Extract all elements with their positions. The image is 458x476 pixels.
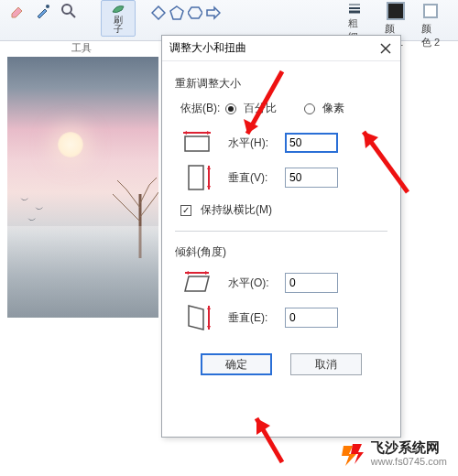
svg-line-12 (140, 199, 154, 217)
svg-line-17 (149, 178, 157, 185)
svg-marker-33 (189, 306, 203, 330)
brush-icon (111, 3, 125, 16)
svg-line-11 (122, 203, 140, 222)
group-label-tools: 工具 (71, 41, 92, 55)
separator (175, 231, 387, 232)
diamond-icon (151, 5, 166, 20)
radio-pixels-label: 像素 (322, 101, 344, 116)
canvas-image[interactable]: ︶ ︶ ︶ (7, 57, 158, 318)
svg-rect-21 (185, 136, 209, 151)
skew-horizontal-icon (180, 269, 213, 297)
svg-marker-27 (207, 166, 211, 169)
svg-marker-6 (207, 7, 220, 18)
pentagon-icon (169, 5, 184, 20)
watermark-name: 飞沙系统网 (371, 440, 447, 456)
watermark: 飞沙系统网 www.fs0745.com (340, 440, 447, 467)
by-label: 依据(B): (180, 101, 220, 116)
color1-swatch[interactable] (387, 2, 405, 20)
brush-dropdown[interactable]: 刷 子 (101, 0, 136, 37)
vertical-e-label: 垂直(E): (228, 310, 279, 326)
svg-marker-24 (207, 131, 211, 135)
svg-marker-29 (185, 276, 209, 291)
eraser-icon[interactable] (9, 3, 26, 19)
skew-vertical-icon (180, 304, 213, 331)
svg-line-13 (126, 189, 140, 208)
svg-marker-23 (183, 131, 187, 135)
ok-label: 确定 (225, 357, 247, 373)
dialog-title: 调整大小和扭曲 (169, 40, 246, 56)
thickness-icon[interactable] (348, 2, 361, 15)
color-picker-icon[interactable] (35, 3, 51, 19)
skew-horizontal-input[interactable] (285, 273, 338, 293)
hexagon-icon (188, 5, 202, 20)
svg-point-0 (46, 5, 49, 8)
dialog-titlebar: 调整大小和扭曲 (162, 36, 400, 61)
svg-marker-32 (205, 271, 209, 275)
keep-ratio-checkbox[interactable]: ✓ (180, 205, 191, 216)
skew-group-title: 倾斜(角度) (175, 244, 387, 260)
resize-skew-dialog: 调整大小和扭曲 重新调整大小 依据(B): 百分比 像素 水平(H): 垂直(V (161, 35, 401, 438)
horizontal-h-label: 水平(H): (228, 135, 279, 151)
ok-button[interactable]: 确定 (201, 353, 272, 375)
dialog-body: 重新调整大小 依据(B): 百分比 像素 水平(H): 垂直(V): ✓ 保 (162, 61, 400, 384)
radio-pixels[interactable] (304, 103, 315, 114)
color2-swatch[interactable] (423, 4, 438, 18)
horizontal-o-label: 水平(O): (228, 276, 279, 291)
svg-marker-4 (170, 6, 183, 19)
vertical-v-label: 垂直(V): (228, 170, 279, 186)
svg-marker-44 (351, 444, 364, 464)
resize-vertical-input[interactable] (285, 168, 338, 188)
svg-marker-36 (207, 326, 211, 330)
svg-marker-28 (207, 186, 211, 189)
bird: ︶ (20, 194, 29, 207)
watermark-url: www.fs0745.com (371, 456, 447, 467)
water-reflection (7, 226, 158, 318)
radio-percent-label: 百分比 (244, 101, 277, 116)
cancel-label: 取消 (315, 357, 337, 373)
resize-horizontal-icon (180, 129, 213, 157)
cancel-button[interactable]: 取消 (290, 353, 362, 375)
shapes-gallery[interactable] (151, 5, 221, 20)
skew-vertical-input[interactable] (285, 308, 338, 328)
close-icon (380, 43, 391, 54)
arrow-right-icon (206, 5, 221, 20)
svg-rect-25 (189, 166, 203, 189)
svg-marker-3 (152, 6, 165, 19)
resize-group-title: 重新调整大小 (175, 76, 387, 92)
svg-line-16 (117, 180, 126, 189)
magnifier-icon[interactable] (60, 3, 77, 19)
svg-line-15 (113, 194, 122, 203)
resize-horizontal-input[interactable] (285, 133, 338, 153)
radio-percent[interactable] (225, 103, 236, 114)
watermark-logo-icon (340, 442, 364, 466)
brush-label: 刷 子 (114, 16, 123, 34)
svg-marker-31 (185, 271, 189, 275)
bird: ︶ (27, 214, 37, 227)
svg-marker-5 (188, 7, 202, 18)
color2-label: 颜 色 2 (421, 22, 440, 49)
svg-line-18 (154, 192, 158, 199)
close-button[interactable] (376, 39, 395, 58)
svg-marker-35 (207, 306, 211, 309)
keep-ratio-label: 保持纵横比(M) (201, 202, 272, 218)
resize-vertical-icon (180, 164, 213, 191)
svg-line-2 (71, 13, 75, 17)
ribbon-tool-icons (9, 3, 77, 19)
sun (58, 132, 83, 157)
svg-point-1 (62, 5, 71, 14)
